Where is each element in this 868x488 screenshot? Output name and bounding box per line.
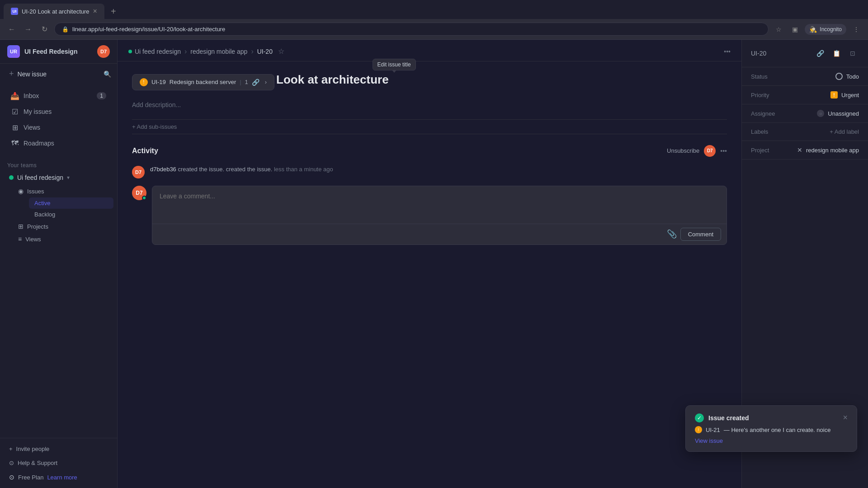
new-issue-button[interactable]: + New issue: [4, 66, 99, 82]
toast-close-button[interactable]: ×: [843, 413, 848, 422]
copy-id-button[interactable]: 📋: [830, 47, 843, 60]
activity-more-button[interactable]: •••: [720, 147, 727, 155]
more-options-button[interactable]: ⋮: [850, 23, 863, 36]
my-issues-icon: ☑: [11, 108, 19, 116]
related-issue-count: 1: [245, 79, 248, 85]
comment-section: D7 📎 Comment: [132, 186, 727, 245]
assignee-value[interactable]: ○ Unassigned: [817, 110, 859, 117]
sidebar-item-inbox[interactable]: 📥 Inbox 1: [4, 88, 113, 103]
toast-notification: ✓ Issue created × ! UI-21 — Here's anoth…: [685, 405, 857, 452]
breadcrumb-sep-2: ›: [251, 47, 253, 56]
user-avatar[interactable]: D7: [97, 45, 110, 58]
status-value[interactable]: Todo: [835, 73, 859, 80]
back-button[interactable]: ←: [5, 23, 18, 36]
sidebar-sub-item-projects[interactable]: ⊞ Projects: [13, 220, 113, 233]
right-sidebar-actions: 🔗 📋 ⊡: [814, 47, 859, 60]
online-indicator: [142, 196, 146, 200]
sidebar-toggle-button[interactable]: ▣: [788, 23, 801, 36]
issue-description[interactable]: Add description...: [132, 101, 727, 108]
breadcrumb-workspace[interactable]: Ui feed redesign: [128, 48, 181, 55]
attach-button[interactable]: 📎: [667, 229, 677, 239]
sidebar-item-views[interactable]: ⊞ Views: [4, 120, 113, 135]
forward-button[interactable]: →: [22, 23, 34, 36]
commenter-avatar: D7: [132, 186, 146, 200]
search-button[interactable]: 🔍: [101, 68, 113, 80]
views-icon: ⊞: [11, 123, 19, 131]
inbox-badge: 1: [97, 92, 106, 99]
star-issue-button[interactable]: ☆: [278, 47, 284, 56]
free-plan-icon: ⊙: [9, 474, 14, 481]
new-issue-row: + New issue 🔍: [0, 64, 117, 84]
workspace-dot: [128, 50, 132, 53]
comment-footer: 📎 Comment: [152, 224, 726, 244]
activity-actions: Unsubscribe D7 •••: [667, 145, 727, 157]
browser-nav: ← → ↻ 🔒 linear.app/ui-feed-redesign/issu…: [0, 19, 868, 39]
activity-action-text: created the issue.: [226, 166, 274, 173]
activity-time: less than a minute ago: [274, 166, 333, 173]
project-value[interactable]: ✕ redesign mobile app: [797, 146, 859, 154]
priority-urgent-icon: !: [830, 91, 838, 99]
comment-submit-button[interactable]: Comment: [680, 228, 721, 241]
sidebar-sub-item-issues[interactable]: ◉ Issues: [13, 185, 113, 197]
project-field: Project ✕ redesign mobile app: [742, 141, 868, 160]
invite-people-button[interactable]: + Invite people: [4, 442, 113, 456]
toast-issue-row: ! UI-21 — Here's another one I can creat…: [695, 426, 848, 433]
copy-link-button[interactable]: 🔗: [814, 47, 826, 60]
related-issue-title: Redesign backend server: [170, 79, 236, 85]
related-issue-icon: !: [140, 78, 148, 86]
team-header[interactable]: Ui feed redesign ▾: [4, 170, 113, 185]
breadcrumb-more-button[interactable]: •••: [724, 48, 731, 55]
sidebar-sub-item-views2[interactable]: ≡ Views: [13, 233, 113, 245]
incognito-badge: 🕵 Incognito: [805, 24, 846, 35]
related-issue-link-icon: 🔗: [252, 79, 259, 86]
projects-icon: ⊞: [18, 223, 24, 230]
sidebar: UR UI Feed Redesign D7 + New issue 🔍 📥 I…: [0, 40, 118, 488]
help-support-button[interactable]: ⊙ Help & Support: [4, 456, 113, 470]
breadcrumb: Ui feed redesign › redesign mobile app ›…: [118, 40, 741, 61]
breadcrumb-sep-1: ›: [184, 47, 187, 56]
browser-tabs: UI UI-20 Look at architecture × +: [0, 0, 868, 19]
star-button[interactable]: ☆: [772, 23, 785, 36]
related-issue-expand: ›: [265, 79, 267, 85]
project-label: Project: [751, 147, 769, 154]
issue-title[interactable]: Look at architecture: [276, 72, 389, 88]
breadcrumb-project[interactable]: redesign mobile app: [190, 48, 247, 55]
breadcrumb-issue-id[interactable]: UI-20: [257, 48, 273, 55]
roadmaps-icon: 🗺: [11, 139, 19, 147]
learn-more-link[interactable]: Learn more: [47, 474, 77, 481]
add-label-button[interactable]: + Add label: [830, 128, 859, 135]
view-issue-link[interactable]: View issue: [695, 437, 723, 444]
sidebar-item-roadmaps[interactable]: 🗺 Roadmaps: [4, 136, 113, 151]
address-bar[interactable]: 🔒 linear.app/ui-feed-redesign/issue/UI-2…: [54, 23, 769, 36]
priority-label: Priority: [751, 92, 769, 99]
tab-close-button[interactable]: ×: [93, 7, 97, 15]
sidebar-team: Ui feed redesign ▾ ◉ Issues Active Backl…: [0, 170, 117, 245]
workspace-logo: UR: [7, 45, 20, 58]
toast-check-icon: ✓: [695, 413, 704, 422]
team-dot: [9, 175, 14, 180]
comment-input[interactable]: [152, 186, 726, 222]
unsubscribe-button[interactable]: Unsubscribe: [667, 147, 699, 154]
assignee-field: Assignee ○ Unassigned: [742, 104, 868, 123]
new-tab-button[interactable]: +: [106, 4, 121, 19]
sidebar-sub-item-backlog[interactable]: Backlog: [29, 209, 113, 220]
browser-actions: ☆ ▣ 🕵 Incognito ⋮: [772, 23, 863, 36]
refresh-button[interactable]: ↻: [38, 23, 51, 36]
duplicate-button[interactable]: ⊡: [846, 47, 859, 60]
related-issue-badge[interactable]: ! UI-19 Redesign backend server | 1 🔗 ›: [132, 74, 274, 90]
add-sub-issues-button[interactable]: + Add sub-issues: [132, 119, 727, 134]
active-tab[interactable]: UI UI-20 Look at architecture ×: [4, 4, 104, 19]
assignee-icon: ○: [817, 110, 824, 117]
lock-icon: 🔒: [62, 26, 69, 33]
priority-field: Priority ! Urgent: [742, 86, 868, 104]
sidebar-header: UR UI Feed Redesign D7: [0, 40, 117, 64]
free-plan-label: Free Plan: [18, 474, 43, 481]
sidebar-footer: + Invite people ⊙ Help & Support ⊙ Free …: [0, 438, 117, 488]
toast-issue-icon: !: [695, 426, 702, 433]
sidebar-item-my-issues[interactable]: ☑ My issues: [4, 104, 113, 119]
priority-value[interactable]: ! Urgent: [830, 91, 859, 99]
views2-icon: ≡: [18, 235, 22, 243]
status-label: Status: [751, 73, 768, 80]
sidebar-sub-item-active[interactable]: Active: [29, 197, 113, 209]
labels-label: Labels: [751, 128, 768, 135]
